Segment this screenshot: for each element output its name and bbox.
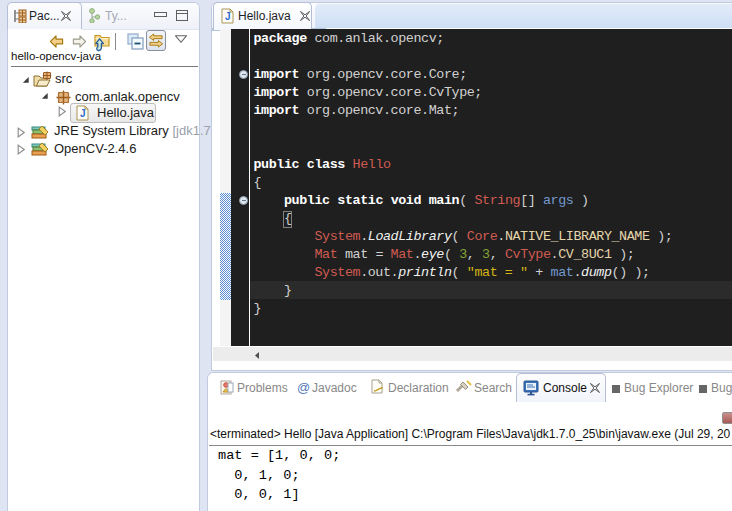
svg-text:J: J <box>80 108 86 119</box>
svg-text:J: J <box>225 11 231 22</box>
